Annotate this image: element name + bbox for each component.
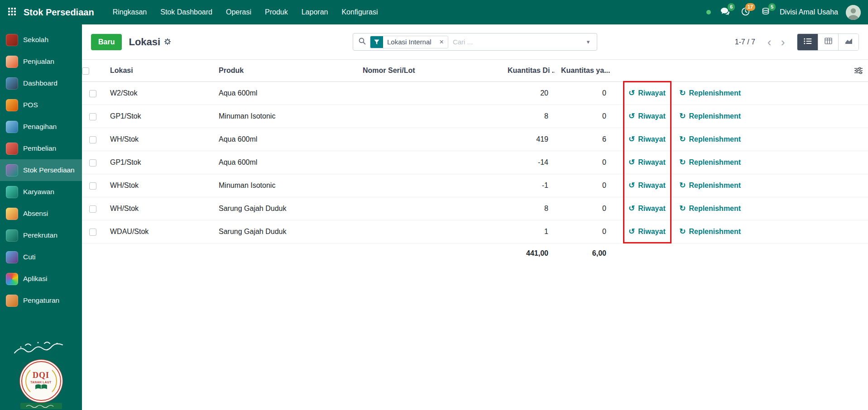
column-settings-icon[interactable] bbox=[854, 67, 863, 74]
cell-produk-link[interactable]: Sarung Gajah Duduk bbox=[212, 220, 356, 243]
sidebar-item-pos[interactable]: POS bbox=[0, 94, 82, 116]
menu-operasi[interactable]: Operasi bbox=[219, 0, 258, 24]
sidebar-item-pembelian[interactable]: Pembelian bbox=[0, 138, 82, 159]
menu-produk[interactable]: Produk bbox=[258, 0, 295, 24]
sidebar-item-cuti[interactable]: Cuti bbox=[0, 246, 82, 268]
new-record-button[interactable]: Baru bbox=[91, 34, 122, 50]
action-gear-button[interactable] bbox=[164, 36, 171, 48]
remove-filter-icon[interactable]: × bbox=[436, 38, 448, 46]
table-row[interactable]: WH/Stok Aqua 600ml 419 6 ↺Riwayat ↻Reple… bbox=[82, 128, 868, 151]
user-menu[interactable]: Divisi Amal Usaha bbox=[780, 8, 838, 16]
cell-produk-link[interactable]: Minuman Isotonic bbox=[212, 105, 356, 128]
cell-qty-on-hand: 8 bbox=[501, 105, 555, 128]
pager-prev-button[interactable]: ‹ bbox=[762, 35, 776, 49]
list-view-button[interactable] bbox=[797, 34, 818, 50]
row-checkbox[interactable] bbox=[89, 159, 96, 167]
table-row[interactable]: WDAU/Stok Sarung Gajah Duduk 1 0 ↺Riwaya… bbox=[82, 220, 868, 243]
replenishment-button[interactable]: ↻Replenishment bbox=[679, 228, 741, 236]
menu-stok-dashboard[interactable]: Stok Dashboard bbox=[153, 0, 219, 24]
sidebar-item-label: Aplikasi bbox=[23, 275, 47, 283]
sidebar-item-penagihan[interactable]: Penagihan bbox=[0, 116, 82, 138]
replenishment-button[interactable]: ↻Replenishment bbox=[679, 89, 741, 97]
cell-produk-link[interactable]: Aqua 600ml bbox=[212, 128, 356, 151]
table-row[interactable]: GP1/Stok Minuman Isotonic 8 0 ↺Riwayat ↻… bbox=[82, 105, 868, 128]
navbar-systray: 6 17 5 Divisi Amal Usaha bbox=[706, 5, 861, 20]
main-menu: Ringkasan Stok Dashboard Operasi Produk … bbox=[106, 0, 385, 24]
sidebar-item-absensi[interactable]: Absensi bbox=[0, 203, 82, 224]
history-button[interactable]: ↺Riwayat bbox=[628, 89, 666, 97]
menu-ringkasan[interactable]: Ringkasan bbox=[106, 0, 154, 24]
refresh-icon: ↻ bbox=[679, 158, 686, 166]
col-header-qty-forecast[interactable]: Kuantitas ya... bbox=[555, 60, 613, 82]
row-checkbox[interactable] bbox=[89, 90, 96, 97]
messages-badge: 6 bbox=[728, 3, 735, 11]
row-checkbox[interactable] bbox=[89, 113, 96, 120]
sidebar-item-penjualan[interactable]: Penjualan bbox=[0, 51, 82, 72]
history-button[interactable]: ↺Riwayat bbox=[628, 158, 666, 167]
col-header-qty-on-hand[interactable]: Kuantitas Di ... bbox=[501, 60, 555, 82]
history-button[interactable]: ↺Riwayat bbox=[628, 135, 666, 143]
col-header-serial[interactable]: Nomor Seri/Lot bbox=[356, 60, 501, 82]
apps-menu-button[interactable] bbox=[0, 0, 24, 24]
cell-lokasi: WDAU/Stok bbox=[104, 220, 212, 243]
dashboard-app-icon bbox=[6, 77, 18, 90]
search-bar: Lokasi Internal × ▾ bbox=[353, 33, 597, 51]
row-checkbox[interactable] bbox=[89, 136, 96, 143]
history-button[interactable]: ↺Riwayat bbox=[628, 228, 666, 236]
sidebar-item-label: Cuti bbox=[23, 253, 36, 261]
sidebar-item-pengaturan[interactable]: Pengaturan bbox=[0, 290, 82, 311]
cell-serial bbox=[356, 82, 501, 105]
col-header-produk[interactable]: Produk bbox=[212, 60, 356, 82]
pager-next-button[interactable]: › bbox=[776, 35, 790, 49]
top-navbar: Stok Persediaan Ringkasan Stok Dashboard… bbox=[0, 0, 868, 24]
graph-view-button[interactable] bbox=[838, 34, 858, 50]
row-checkbox[interactable] bbox=[89, 205, 96, 213]
cell-qty-forecast: 0 bbox=[555, 105, 613, 128]
app-title[interactable]: Stok Persediaan bbox=[24, 7, 94, 18]
table-row[interactable]: WH/Stok Sarung Gajah Duduk 8 0 ↺Riwayat … bbox=[82, 197, 868, 220]
cell-qty-on-hand: -14 bbox=[501, 151, 555, 174]
search-icon bbox=[358, 37, 366, 47]
cell-produk-link[interactable]: Sarung Gajah Duduk bbox=[212, 197, 356, 220]
history-button[interactable]: ↺Riwayat bbox=[628, 112, 666, 120]
cell-qty-forecast: 0 bbox=[555, 82, 613, 105]
menu-konfigurasi[interactable]: Konfigurasi bbox=[335, 0, 384, 24]
menu-laporan[interactable]: Laporan bbox=[295, 0, 335, 24]
search-dropdown-button[interactable]: ▾ bbox=[580, 33, 597, 50]
sidebar-item-stok-persediaan[interactable]: Stok Persediaan bbox=[0, 159, 82, 181]
cell-produk-link[interactable]: Minuman Isotonic bbox=[212, 174, 356, 197]
totals-row: 441,00 6,00 bbox=[82, 243, 868, 263]
sidebar-item-karyawan[interactable]: Karyawan bbox=[0, 181, 82, 203]
row-checkbox[interactable] bbox=[89, 182, 96, 190]
history-button[interactable]: ↺Riwayat bbox=[628, 205, 666, 213]
replenishment-button[interactable]: ↻Replenishment bbox=[679, 205, 741, 213]
avatar[interactable] bbox=[846, 5, 861, 20]
filter-facet-label: Lokasi Internal bbox=[383, 38, 436, 46]
row-checkbox[interactable] bbox=[89, 229, 96, 236]
cell-produk-link[interactable]: Aqua 600ml bbox=[212, 151, 356, 174]
sidebar-item-dashboard[interactable]: Dashboard bbox=[0, 72, 82, 94]
sekolah-app-icon bbox=[6, 34, 18, 46]
activities-button[interactable]: 17 bbox=[739, 6, 752, 19]
col-header-lokasi[interactable]: Lokasi bbox=[104, 60, 212, 82]
cell-produk-link[interactable]: Aqua 600ml bbox=[212, 82, 356, 105]
table-row[interactable]: W2/Stok Aqua 600ml 20 0 ↺Riwayat ↻Replen… bbox=[82, 82, 868, 105]
table-header-row: Lokasi Produk Nomor Seri/Lot Kuantitas D… bbox=[82, 60, 868, 82]
pivot-view-button[interactable] bbox=[818, 34, 838, 50]
replenishment-button[interactable]: ↻Replenishment bbox=[679, 135, 741, 143]
replenishment-button[interactable]: ↻Replenishment bbox=[679, 112, 741, 120]
sidebar-item-perekrutan[interactable]: Perekrutan bbox=[0, 224, 82, 246]
history-button[interactable]: ↺Riwayat bbox=[628, 181, 666, 190]
table-row[interactable]: GP1/Stok Aqua 600ml -14 0 ↺Riwayat ↻Repl… bbox=[82, 151, 868, 174]
requests-button[interactable]: 5 bbox=[759, 6, 772, 19]
replenishment-button[interactable]: ↻Replenishment bbox=[679, 158, 741, 167]
replenishment-button[interactable]: ↻Replenishment bbox=[679, 181, 741, 190]
history-icon: ↺ bbox=[628, 205, 635, 212]
select-all-checkbox[interactable] bbox=[82, 67, 89, 75]
sidebar-item-sekolah[interactable]: Sekolah bbox=[0, 29, 82, 51]
messages-button[interactable]: 6 bbox=[719, 6, 731, 19]
table-row[interactable]: WH/Stok Minuman Isotonic -1 0 ↺Riwayat ↻… bbox=[82, 174, 868, 197]
sidebar-item-aplikasi[interactable]: Aplikasi bbox=[0, 268, 82, 290]
refresh-icon: ↻ bbox=[679, 89, 686, 97]
search-input[interactable] bbox=[448, 38, 580, 46]
